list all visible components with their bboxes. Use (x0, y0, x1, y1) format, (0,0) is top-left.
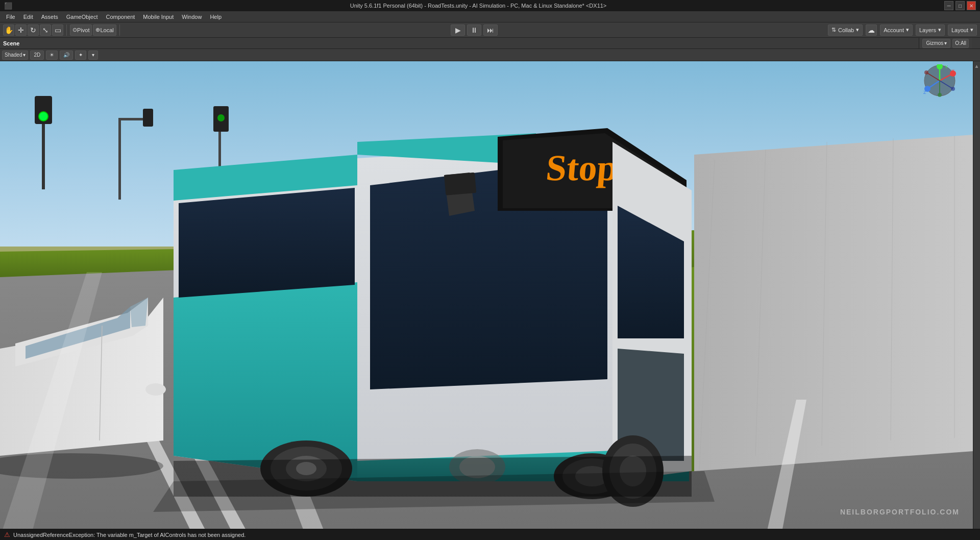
svg-point-27 (217, 114, 225, 121)
scene-content[interactable]: Stop Stop (0, 61, 980, 529)
scene-tab[interactable]: Scene (3, 40, 19, 46)
menu-file[interactable]: File (2, 13, 19, 21)
transport-controls: ▶ ⏸ ⏭ (123, 24, 826, 36)
move-tool[interactable]: ✛ (15, 24, 27, 36)
minimize-button[interactable]: ─ (944, 1, 953, 10)
scene-options[interactable]: ▾ (88, 51, 98, 60)
gizmo-svg: X Y Z (923, 64, 957, 97)
scale-tool[interactable]: ⤡ (40, 24, 51, 36)
svg-text:Z: Z (923, 90, 926, 95)
scene-gizmo: X Y Z (923, 64, 957, 97)
scroll-up-icon[interactable]: ▲ (974, 63, 979, 69)
svg-rect-24 (143, 109, 153, 127)
layers-chevron: ▾ (938, 27, 941, 33)
shading-mode-select[interactable]: Shaded ▾ (2, 51, 28, 60)
hand-tool[interactable]: ✋ (3, 24, 14, 36)
scene-viewport[interactable]: Stop Stop (0, 61, 980, 529)
svg-rect-44 (444, 173, 476, 195)
local-icon: ⊕ (95, 27, 100, 33)
statusbar: ⚠ UnassignedReferenceException: The vari… (0, 529, 980, 540)
collab-dropdown[interactable]: ⇅ Collab ▾ (828, 24, 863, 36)
play-button[interactable]: ▶ (451, 24, 465, 36)
local-button[interactable]: ⊕ Local (93, 24, 116, 36)
svg-marker-6 (694, 134, 980, 471)
layers-dropdown[interactable]: Layers ▾ (916, 24, 945, 36)
toolbar: ✋ ✛ ↻ ⤡ ▭ ⊙ Pivot ⊕ Local ▶ ⏸ ⏭ ⇅ Collab… (0, 22, 980, 38)
svg-point-78 (924, 70, 928, 75)
svg-marker-34 (179, 188, 355, 298)
titlebar: ⬛ Unity 5.6.1f1 Personal (64bit) - RoadT… (0, 0, 980, 11)
svg-text:Stop: Stop (545, 148, 620, 188)
menu-component[interactable]: Component (102, 13, 139, 21)
menu-mobile input[interactable]: Mobile Input (139, 13, 178, 21)
menu-help[interactable]: Help (206, 13, 226, 21)
error-icon: ⚠ (4, 531, 10, 538)
account-dropdown[interactable]: Account ▾ (880, 24, 913, 36)
pivot-button[interactable]: ⊙ Pivot (70, 24, 92, 36)
app-icon: ⬛ (4, 2, 12, 10)
menu-edit[interactable]: Edit (19, 13, 37, 21)
pause-button[interactable]: ⏸ (467, 24, 481, 36)
svg-rect-22 (118, 118, 121, 200)
svg-point-82 (951, 87, 955, 91)
error-text: UnassignedReferenceException: The variab… (13, 532, 246, 538)
svg-point-80 (938, 93, 942, 97)
toolbar-right: ⇅ Collab ▾ ☁ Account ▾ Layers ▾ Layout ▾ (828, 24, 977, 36)
layout-chevron: ▾ (970, 27, 973, 33)
menubar: FileEditAssetsGameObjectComponentMobile … (0, 11, 980, 22)
cloud-button[interactable]: ☁ (866, 24, 877, 36)
scene-view-wrapper: Scene Shaded ▾ 2D ☀ 🔊 ✦ ▾ Gizmos ▾ O:All (0, 38, 980, 529)
pivot-icon: ⊙ (72, 27, 77, 33)
scene-toolbar: Shaded ▾ 2D ☀ 🔊 ✦ ▾ Gizmos ▾ O:All (0, 49, 980, 61)
window-controls[interactable]: ─ □ ✕ (944, 1, 976, 10)
step-button[interactable]: ⏭ (483, 24, 498, 36)
rect-tool[interactable]: ▭ (52, 24, 63, 36)
titlebar-title: Unity 5.6.1f1 Personal (64bit) - RoadTes… (350, 3, 607, 9)
gizmos-chevron: ▾ (944, 40, 947, 46)
layout-dropdown[interactable]: Layout ▾ (948, 24, 977, 36)
svg-point-64 (145, 383, 166, 396)
menu-assets[interactable]: Assets (37, 13, 62, 21)
collab-icon: ⇅ (831, 27, 836, 33)
pivot-group: ⊙ Pivot ⊕ Local (70, 24, 120, 36)
svg-point-21 (39, 112, 47, 120)
shading-chevron: ▾ (23, 52, 26, 58)
maximize-button[interactable]: □ (955, 1, 965, 10)
close-button[interactable]: ✕ (967, 1, 976, 10)
menu-window[interactable]: Window (178, 13, 206, 21)
collab-chevron: ▾ (856, 27, 859, 33)
menu-gameobject[interactable]: GameObject (62, 13, 102, 21)
light-toggle[interactable]: ☀ (46, 51, 58, 60)
gizmos-button[interactable]: Gizmos ▾ (922, 39, 950, 48)
svg-text:X: X (951, 68, 954, 73)
audio-toggle[interactable]: 🔊 (60, 51, 73, 60)
right-scrollbar[interactable]: ▲ (973, 61, 980, 529)
rotate-tool[interactable]: ↻ (28, 24, 39, 36)
2d-toggle[interactable]: 2D (30, 51, 44, 60)
topright-controls: Gizmos ▾ O:All (919, 38, 972, 49)
scene-header: Scene (0, 38, 980, 49)
fx-toggle[interactable]: ✦ (75, 51, 86, 60)
svg-text:Y: Y (945, 64, 948, 69)
oall-select[interactable]: O:All (952, 39, 969, 48)
account-chevron: ▾ (906, 27, 909, 33)
watermark: NEILBORGPORTFOLIO.COM (840, 508, 960, 516)
transform-tools: ✋ ✛ ↻ ⤡ ▭ (3, 24, 67, 36)
